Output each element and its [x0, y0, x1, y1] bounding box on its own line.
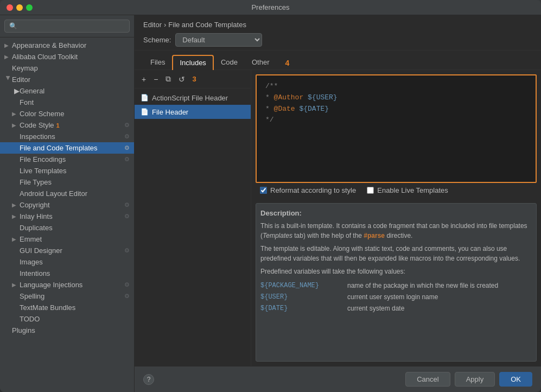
tab-code[interactable]: Code — [214, 55, 245, 69]
breadcrumb-editor: Editor — [143, 21, 162, 29]
template-item-file-header[interactable]: 📄 File Header — [135, 105, 251, 119]
sidebar-item-duplicates[interactable]: Duplicates — [0, 222, 134, 233]
gear-icon: ⚙ — [124, 247, 130, 254]
help-button[interactable]: ? — [143, 374, 154, 385]
var-name: ${USER} — [260, 292, 336, 302]
sidebar-item-file-types[interactable]: File Types — [0, 176, 134, 188]
sidebar-item-live-templates[interactable]: Live Templates — [0, 165, 134, 176]
copy-button[interactable]: ⧉ — [163, 73, 174, 85]
sidebar-item-label: Live Templates — [20, 167, 66, 175]
window-title: Preferences — [251, 3, 289, 11]
sidebar-item-color-scheme[interactable]: ▶ Color Scheme — [0, 108, 134, 119]
sidebar-item-file-encodings[interactable]: File Encodings ⚙ — [0, 154, 134, 165]
maximize-button[interactable] — [26, 4, 33, 11]
sidebar-item-copyright[interactable]: ▶ Copyright ⚙ — [0, 199, 134, 211]
sidebar-item-images[interactable]: Images — [0, 256, 134, 268]
var-desc: name of the package in which the new fil… — [347, 281, 498, 290]
preferences-window: Preferences ▶ Appearance & Behavior ▶ Al… — [0, 0, 541, 392]
sidebar-item-todo[interactable]: TODO — [0, 313, 134, 325]
arrow-icon: ▶ — [12, 202, 20, 208]
sidebar-item-label: Android Layout Editor — [20, 189, 87, 198]
tab-other-label: Other — [252, 58, 270, 66]
description-title: Description: — [260, 208, 532, 219]
sidebar-item-general[interactable]: ▶ General — [0, 85, 134, 97]
arrow-icon: ▶ — [4, 54, 12, 60]
template-item-label: ActionScript File Header — [152, 94, 228, 102]
reformat-checkbox-label[interactable]: Reformat according to style — [260, 186, 356, 194]
sidebar-item-label: Emmet — [20, 235, 42, 243]
sidebar-item-android-layout-editor[interactable]: Android Layout Editor — [0, 188, 134, 199]
sidebar-item-label: General — [20, 87, 44, 95]
variable-table: ${PACKAGE_NAME} name of the package in w… — [260, 281, 532, 313]
parse-directive: #parse — [364, 232, 385, 239]
cancel-button[interactable]: Cancel — [405, 372, 450, 387]
gear-icon: ⚙ — [124, 293, 130, 300]
sidebar-item-spelling[interactable]: Spelling ⚙ — [0, 290, 134, 302]
sidebar-item-label: Plugins — [12, 326, 35, 334]
var-name: ${PACKAGE_NAME} — [260, 281, 336, 290]
search-input[interactable] — [4, 20, 130, 33]
sidebar-item-label: Spelling — [20, 292, 44, 300]
sidebar-item-label: File Types — [20, 178, 52, 186]
sidebar-item-plugins[interactable]: Plugins — [0, 325, 134, 336]
toolbar: + − ⧉ ↺ 3 — [135, 70, 251, 88]
tab-includes-label: Includes — [180, 59, 206, 67]
sidebar-item-code-style[interactable]: ▶ Code Style 1 ⚙ — [0, 119, 134, 131]
sidebar-item-inlay-hints[interactable]: ▶ Inlay Hints ⚙ — [0, 211, 134, 222]
sidebar-item-label: File and Code Templates — [20, 144, 98, 152]
gear-icon: ⚙ — [124, 213, 130, 220]
sidebar-item-appearance-behavior[interactable]: ▶ Appearance & Behavior — [0, 40, 134, 51]
apply-button[interactable]: Apply — [455, 372, 495, 387]
add-button[interactable]: + — [139, 74, 149, 85]
badge-1: 1 — [56, 122, 60, 129]
sidebar-item-language-injections[interactable]: ▶ Language Injections ⚙ — [0, 279, 134, 290]
template-list: + − ⧉ ↺ 3 📄 ActionScript File Header — [135, 70, 251, 366]
remove-button[interactable]: − — [151, 74, 161, 85]
sidebar-item-label: Images — [20, 258, 43, 266]
sidebar-item-editor[interactable]: ▶ Editor — [0, 74, 134, 85]
sidebar-item-gui-designer[interactable]: GUI Designer ⚙ — [0, 245, 134, 256]
description-para1: This is a built-in template. It contains… — [260, 221, 532, 241]
sidebar-item-file-and-code-templates[interactable]: File and Code Templates ⚙ — [0, 142, 134, 154]
live-templates-checkbox[interactable] — [367, 187, 374, 194]
arrow-icon: ▶ — [14, 87, 20, 95]
description-box: Description: This is a built-in template… — [256, 203, 537, 362]
tab-code-label: Code — [221, 58, 238, 66]
reformat-checkbox[interactable] — [260, 187, 267, 194]
scheme-select[interactable]: Default — [175, 33, 262, 47]
sidebar-item-label: GUI Designer — [20, 246, 62, 255]
traffic-lights — [7, 4, 33, 11]
sidebar-item-keymap[interactable]: Keymap — [0, 62, 134, 74]
sidebar-item-label: Duplicates — [20, 224, 53, 232]
reset-button[interactable]: ↺ — [176, 74, 188, 85]
file-icon: 📄 — [140, 108, 149, 116]
var-desc: current system date — [347, 304, 404, 313]
var-row-user: ${USER} current user system login name — [260, 292, 532, 302]
var-row-date: ${DATE} current system date — [260, 304, 532, 313]
right-panel: Editor › File and Code Templates Scheme:… — [135, 15, 541, 392]
template-item-actionscript[interactable]: 📄 ActionScript File Header — [135, 91, 251, 105]
live-templates-checkbox-label[interactable]: Enable Live Templates — [367, 186, 448, 194]
sidebar-item-emmet[interactable]: ▶ Emmet — [0, 233, 134, 245]
sidebar-item-alibaba-cloud[interactable]: ▶ Alibaba Cloud Toolkit — [0, 51, 134, 62]
code-editor[interactable]: /** * @Author ${USER} * @Date ${DATE} */ — [256, 74, 537, 183]
ok-button[interactable]: OK — [499, 372, 532, 387]
sidebar-item-intentions[interactable]: Intentions — [0, 268, 134, 279]
sidebar-item-font[interactable]: Font — [0, 97, 134, 108]
arrow-icon: ▶ — [12, 282, 20, 288]
tab-includes[interactable]: Includes — [172, 55, 213, 70]
code-area: /** * @Author ${USER} * @Date ${DATE} */… — [251, 70, 541, 366]
sidebar-item-inspections[interactable]: Inspections ⚙ — [0, 131, 134, 142]
close-button[interactable] — [7, 4, 13, 11]
tab-other[interactable]: Other — [245, 55, 277, 69]
arrow-icon: ▶ — [12, 122, 20, 128]
sidebar-item-label: File Encodings — [20, 155, 66, 163]
tab-files[interactable]: Files — [143, 55, 172, 69]
sidebar-item-label: Font — [20, 98, 34, 106]
italic-templates: Templates — [263, 232, 292, 239]
var-name: ${DATE} — [260, 304, 336, 313]
sidebar-item-textmate-bundles[interactable]: TextMate Bundles — [0, 302, 134, 313]
minimize-button[interactable] — [16, 4, 23, 11]
sidebar-item-label: Appearance & Behavior — [12, 41, 86, 49]
spacer — [4, 88, 12, 94]
